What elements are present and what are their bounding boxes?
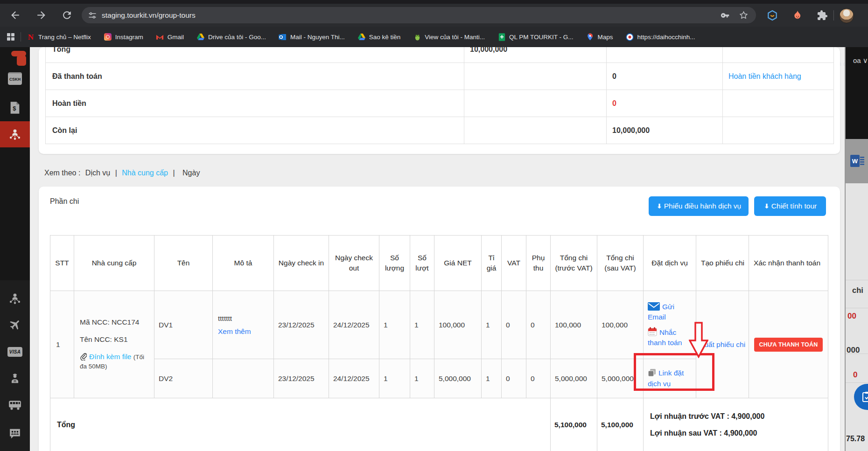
address-bar[interactable]: staging.tourkit.vn/group-tours — [82, 7, 756, 23]
back-icon[interactable] — [9, 9, 21, 21]
operation-sheet-button[interactable]: Phiếu điều hành dịch vụ — [649, 196, 749, 216]
sliver-value-fragment: 00 — [847, 312, 856, 321]
bookmark-saoke[interactable]: Sao kê tiền — [357, 33, 401, 41]
dollar-document-icon: $ — [9, 101, 21, 114]
separator: | — [115, 169, 117, 177]
bookmarks-divider — [21, 32, 21, 42]
bookmark-tourkit-sheet[interactable]: QL PM TOURKIT - G... — [497, 33, 574, 41]
bookmark-instagram[interactable]: Instagram — [104, 33, 143, 41]
download-icon — [656, 203, 663, 209]
sidebar-item-group-tours-active[interactable] — [0, 121, 30, 147]
quantity: 1 — [379, 291, 410, 359]
password-key-icon[interactable] — [720, 10, 730, 21]
site-settings-icon[interactable] — [88, 11, 97, 20]
attach-file-link[interactable]: Đính kèm file — [89, 353, 131, 361]
sliver-header-fragment: chi — [852, 286, 863, 295]
row-action: Hoàn tiền khách hàng — [723, 63, 833, 90]
bookmark-star-icon[interactable] — [739, 10, 749, 20]
row-action — [723, 47, 833, 62]
service-row-dv1: DV1 ttttttt Xem thêm 23/12/2025 24/12/20… — [154, 291, 696, 359]
sidebar-item-visa[interactable]: VISA — [0, 347, 30, 357]
sidebar-item-agents[interactable] — [0, 292, 30, 305]
courier-person-icon — [9, 372, 21, 385]
vat: 0 — [502, 359, 526, 398]
sidebar-item-courier[interactable] — [0, 372, 30, 385]
sliver-value-fragment: 0 — [853, 370, 857, 380]
checkin-date: 23/12/2025 — [274, 291, 329, 359]
bookmark-drive[interactable]: Drive của tôi - Goo... — [196, 33, 266, 41]
payment-summary-card: Tổng 10,000,000 Đã thanh toán 0 Hoàn tiề… — [39, 47, 840, 154]
bookmark-maps[interactable]: Maps — [586, 33, 613, 41]
gmail-icon — [156, 33, 164, 41]
bookmark-outlook[interactable]: Mail - Nguyen Thi... — [279, 33, 345, 41]
sidebar-item-flights[interactable] — [0, 319, 30, 331]
column-header: Đặt dịch vụ — [644, 236, 696, 291]
view-by-service[interactable]: Dịch vụ — [85, 169, 110, 177]
row-label: Tổng — [46, 47, 464, 62]
status-badge-unpaid[interactable]: CHƯA THANH TOÁN — [754, 338, 823, 352]
email-envelope-icon — [648, 302, 660, 311]
attach-file-row: Đính kèm file (Tối đa 50MB) — [80, 352, 151, 372]
sidebar-item-cskh[interactable]: CSKH — [0, 72, 30, 85]
profile-avatar[interactable] — [839, 8, 854, 23]
bookmark-netflix[interactable]: N Trang chủ – Netflix — [27, 33, 91, 41]
row-value — [464, 63, 607, 90]
net-price: 5,000,000 — [434, 359, 482, 398]
sliver-dropdown-fragment: oa ∨ — [853, 56, 868, 65]
bookmark-gmail[interactable]: Gmail — [156, 33, 184, 41]
row-action — [723, 90, 833, 117]
refund-customer-link[interactable]: Hoàn tiền khách hàng — [728, 72, 801, 81]
svg-text:W: W — [852, 158, 858, 165]
tour-costing-button[interactable]: Chiết tính tour — [754, 196, 826, 216]
sliver-grid-line — [846, 382, 868, 383]
background-window-sliver: oa ∨ W chi 00 000 0 75.78 — [845, 47, 868, 451]
forward-icon[interactable] — [35, 9, 47, 21]
row-value: 0 — [607, 63, 723, 90]
netflix-icon: N — [27, 33, 35, 41]
checkout-date: 24/12/2025 — [329, 291, 379, 359]
flame-extension-icon[interactable] — [792, 10, 803, 21]
floating-action-button[interactable] — [854, 384, 868, 410]
footer-total-post-vat: 5,100,000 — [597, 398, 644, 451]
sliver-grid-line — [846, 280, 868, 280]
exchange-rate: 1 — [482, 291, 502, 359]
payment-summary-table: Tổng 10,000,000 Đã thanh toán 0 Hoàn tiề… — [45, 47, 834, 144]
checkin-date: 23/12/2025 — [274, 359, 329, 398]
profit-before-vat: Lợi nhuận trước VAT : 4,900,000 — [650, 412, 828, 421]
section-title: Phần chi — [50, 197, 79, 206]
extensions-puzzle-icon[interactable] — [817, 10, 828, 21]
visa-card-icon: VISA — [7, 347, 22, 357]
row-value: 10,000,000 — [464, 47, 607, 62]
url-text[interactable]: staging.tourkit.vn/group-tours — [102, 11, 720, 20]
reload-icon[interactable] — [61, 9, 73, 21]
sidebar-item-bus[interactable] — [0, 400, 30, 410]
footer-profit-cell: Lợi nhuận trước VAT : 4,900,000 Lợi nhuậ… — [644, 398, 828, 451]
column-header: VAT — [502, 236, 526, 291]
see-more-link[interactable]: Xem thêm — [218, 327, 251, 336]
view-by-toggle: Xem theo : Dịch vụ | Nhà cung cấp | Ngày — [44, 169, 203, 177]
table-row-total: Tổng 10,000,000 — [46, 47, 833, 63]
row-value-negative: 0 — [607, 90, 723, 117]
window-frame — [0, 0, 868, 4]
payment-reminder-action[interactable]: Nhắc thanh toán — [648, 327, 694, 348]
view-by-date[interactable]: Ngày — [182, 169, 200, 177]
send-email-action[interactable]: Gửi Email — [648, 302, 694, 323]
supplier-cell: Mã NCC: NCC174 Tên NCC: KS1 Đính kèm fil… — [74, 291, 154, 398]
footer-total-pre-vat: 5,100,000 — [551, 398, 597, 451]
services-block: DV1 ttttttt Xem thêm 23/12/2025 24/12/20… — [154, 291, 696, 398]
sliver-grid-line — [846, 308, 868, 308]
table-header-row: STT Nhà cung cấp Tên Mô tả Ngày check in… — [50, 236, 828, 291]
bookmark-daihoc[interactable]: https://daihocchinh... — [626, 33, 695, 41]
word-document-icon: W — [850, 153, 865, 169]
vat: 0 — [502, 291, 526, 359]
bookmarks-list: N Trang chủ – Netflix Instagram Gmail Dr… — [27, 33, 695, 41]
sidebar-item-invoice[interactable]: $ — [0, 101, 30, 114]
view-by-supplier-active[interactable]: Nhà cung cấp — [122, 169, 168, 177]
sliver-value-fragment: 000 — [847, 346, 860, 355]
sidebar-item-customer-chat[interactable] — [0, 428, 30, 439]
table-footer-row: Tổng 5,100,000 5,100,000 Lợi nhuận trước… — [50, 398, 828, 451]
apps-grid-icon[interactable] — [7, 33, 15, 41]
hexagon-extension-icon[interactable] — [767, 10, 778, 21]
bookmark-mantis[interactable]: View của tôi - Manti... — [413, 33, 485, 41]
row-label: Còn lại — [46, 117, 464, 144]
